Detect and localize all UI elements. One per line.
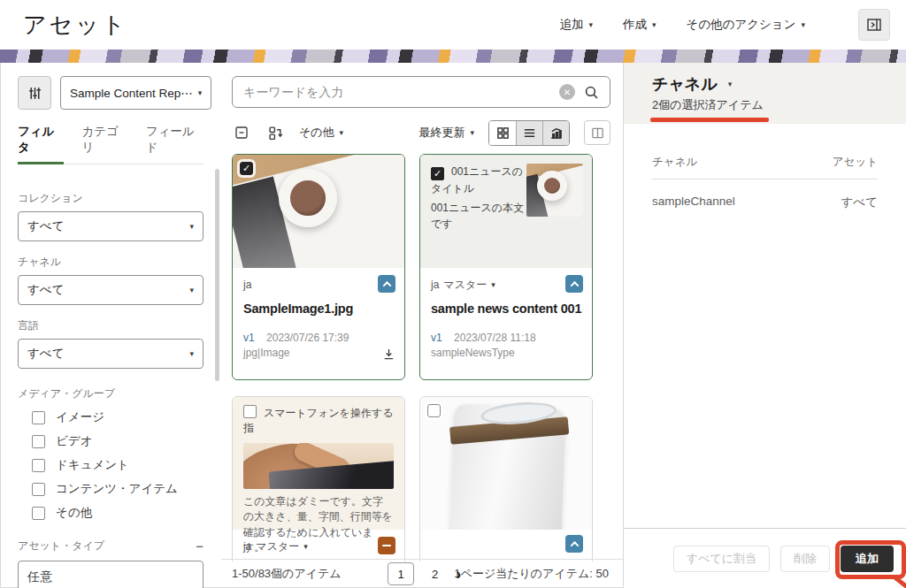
checkbox[interactable]	[32, 459, 45, 472]
asset-title[interactable]: sample news content 001	[431, 302, 581, 316]
search-icon[interactable]	[584, 85, 599, 100]
version-tag[interactable]: v1	[243, 332, 255, 344]
variant-tag[interactable]: マスター	[443, 278, 487, 293]
asset-thumbnail	[420, 397, 592, 530]
asset-checkbox[interactable]	[243, 405, 257, 418]
sidebar-scrollbar[interactable]	[215, 169, 219, 381]
language-label: 言語	[18, 318, 203, 333]
published-status-badge[interactable]	[378, 275, 395, 293]
create-menu-button[interactable]: 作成 ▾	[623, 17, 656, 33]
items-count: 1-50/83個のアイテム	[232, 566, 342, 582]
media-option-other[interactable]: その他	[32, 505, 203, 521]
download-icon[interactable]	[382, 347, 395, 361]
media-option-image[interactable]: イメージ	[32, 409, 203, 425]
language-tag: ja	[243, 279, 251, 291]
version-tag[interactable]: v1	[431, 332, 442, 344]
chevron-down-icon: ▾	[652, 21, 656, 29]
page-1-button[interactable]: 1	[388, 562, 414, 585]
chevron-down-icon[interactable]: ▾	[728, 80, 733, 88]
search-input[interactable]	[243, 85, 550, 99]
asset-type-label: アセット・タイプ	[18, 538, 104, 554]
split-view-button[interactable]	[584, 120, 610, 145]
top-actions: 追加 ▾ 作成 ▾ その他のアクション ▾	[559, 9, 890, 41]
language-select[interactable]: すべて ▾	[18, 339, 203, 369]
media-group-label: メディア・グループ	[18, 386, 203, 401]
collection-label: コレクション	[18, 191, 203, 206]
media-option-video[interactable]: ビデオ	[32, 433, 203, 449]
column-header-channel: チャネル	[652, 155, 697, 170]
add-menu-button[interactable]: 追加 ▾	[559, 17, 593, 33]
checkbox[interactable]	[32, 507, 45, 520]
asset-checkbox[interactable]: ✓	[240, 162, 253, 175]
channel-panel: チャネル ▾ 2個の選択済アイテム チャネル アセット sampleChanne…	[623, 63, 906, 588]
media-option-content-item[interactable]: コンテンツ・アイテム	[32, 481, 203, 497]
deselect-all-icon[interactable]	[232, 123, 251, 142]
clear-search-icon[interactable]: ✕	[559, 84, 575, 100]
chevron-up-icon	[570, 280, 579, 289]
view-switcher	[488, 120, 570, 146]
more-options-dropdown[interactable]: その他 ▾	[299, 125, 343, 141]
channel-name: sampleChannel	[652, 195, 735, 210]
repository-selector[interactable]: Sample Content Rep⋯ ▾	[60, 76, 211, 110]
published-status-badge[interactable]	[565, 275, 583, 293]
content-thumbnail	[526, 164, 583, 217]
chart-view-icon	[549, 126, 563, 140]
sort-dropdown[interactable]: 最終更新 ▾	[418, 125, 474, 141]
list-view-button[interactable]	[516, 121, 542, 145]
selected-items-count: 2個の選択済アイテム	[652, 97, 906, 113]
tab-field[interactable]: フィールド	[146, 124, 203, 156]
delete-button[interactable]: 削除	[780, 546, 830, 572]
asset-thumbnail: ✓	[233, 155, 404, 268]
modified-date: 2023/07/28 11:18	[454, 332, 536, 344]
asset-card-403451010[interactable]: 403451010.jpg	[419, 396, 593, 561]
chevron-down-icon: ▾	[303, 543, 308, 551]
chevron-down-icon: ▾	[189, 350, 194, 358]
red-underline-annotation	[650, 118, 769, 122]
media-option-document[interactable]: ドキュメント	[32, 457, 203, 473]
finger-smartphone-photo	[243, 443, 394, 489]
asset-card-sampleimage1[interactable]: ✓ ja SampleImage1.jpg v1 2023/07/26 17:3…	[232, 154, 405, 380]
collapse-section-icon[interactable]: −	[196, 539, 203, 553]
asset-card-sample-news-001[interactable]: ✓001ニュースのタイトル 001ニュースの本文です ja マスター ▾	[419, 154, 593, 380]
chevron-up-icon	[382, 280, 391, 289]
content-title: スマートフォンを操作する指	[243, 407, 394, 434]
add-button[interactable]: 追加	[841, 546, 894, 572]
list-view-icon	[523, 126, 536, 140]
tab-filter[interactable]: フィルタ	[18, 124, 64, 156]
next-page-icon[interactable]: ›	[456, 566, 461, 582]
asset-scope: すべて	[841, 195, 878, 210]
asset-card-web2[interactable]: スマートフォンを操作する指 この文章はダミーです。文字の大きさ、量、字間、行間等…	[232, 396, 405, 561]
filter-toggle-button[interactable]	[18, 76, 51, 110]
asset-grid: ✓ ja SampleImage1.jpg v1 2023/07/26 17:3…	[232, 154, 610, 561]
categorize-icon[interactable]	[265, 123, 285, 142]
more-actions-menu-button[interactable]: その他のアクション ▾	[686, 17, 805, 33]
filter-sidebar: Sample Content Rep⋯ ▾ フィルタ カテゴリ フィールド コレ…	[0, 63, 221, 588]
asset-title[interactable]: SampleImage1.jpg	[243, 302, 394, 316]
checkbox[interactable]	[32, 483, 45, 496]
assign-all-button[interactable]: すべてに割当	[673, 546, 770, 572]
column-header-asset: アセット	[833, 155, 878, 170]
asset-type: jpg|Image	[243, 347, 394, 359]
checkbox[interactable]	[32, 435, 45, 448]
grid-view-button[interactable]	[489, 121, 516, 145]
published-status-badge[interactable]	[565, 535, 583, 553]
variant-tag[interactable]: マスター	[256, 539, 299, 554]
table-row[interactable]: sampleChannel すべて	[652, 195, 878, 210]
draft-status-badge[interactable]	[378, 537, 395, 554]
panel-collapse-icon	[866, 17, 882, 33]
modified-date: 2023/07/26 17:39	[266, 332, 349, 344]
collapse-side-panel-button[interactable]	[858, 9, 890, 41]
asset-checkbox[interactable]	[427, 404, 441, 417]
tab-category[interactable]: カテゴリ	[81, 124, 127, 156]
sliders-icon	[27, 86, 42, 101]
chevron-down-icon: ▾	[189, 223, 194, 231]
chart-view-button[interactable]	[542, 121, 569, 145]
checkbox[interactable]	[32, 411, 45, 424]
pagination-bar: 1-50/83個のアイテム 1 2 › 1ページ当たりのアイテム: 50	[221, 559, 623, 588]
channel-select[interactable]: すべて ▾	[18, 275, 203, 305]
asset-type-input[interactable]: 任意	[18, 561, 203, 588]
collection-select[interactable]: すべて ▾	[18, 211, 203, 241]
page-2-button[interactable]: 2	[432, 568, 438, 581]
asset-list-area: ✕	[221, 63, 623, 588]
asset-checkbox[interactable]: ✓	[431, 167, 444, 180]
